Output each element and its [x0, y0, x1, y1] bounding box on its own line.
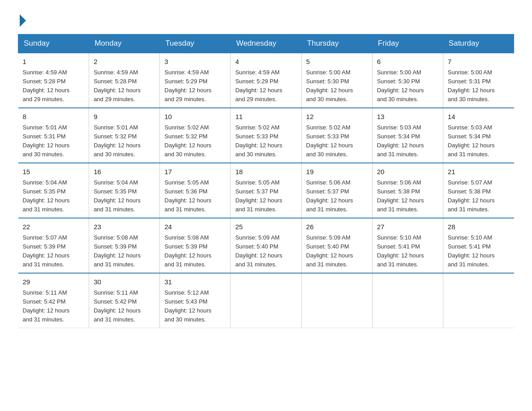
calendar-cell: 16Sunrise: 5:04 AMSunset: 5:35 PMDayligh… [89, 163, 160, 218]
calendar-header-row: SundayMondayTuesdayWednesdayThursdayFrid… [18, 34, 514, 53]
page-header [18, 13, 514, 25]
calendar-cell [231, 273, 301, 328]
day-info: Sunrise: 5:05 AMSunset: 5:37 PMDaylight:… [235, 179, 282, 213]
calendar-cell: 27Sunrise: 5:10 AMSunset: 5:41 PMDayligh… [372, 218, 443, 273]
day-info: Sunrise: 5:08 AMSunset: 5:39 PMDaylight:… [94, 234, 141, 268]
day-header-saturday: Saturday [443, 34, 514, 53]
day-number: 13 [377, 112, 438, 122]
calendar-cell: 21Sunrise: 5:07 AMSunset: 5:38 PMDayligh… [443, 163, 514, 218]
day-info: Sunrise: 5:00 AMSunset: 5:30 PMDaylight:… [306, 69, 353, 103]
day-info: Sunrise: 5:11 AMSunset: 5:42 PMDaylight:… [23, 289, 70, 323]
day-header-tuesday: Tuesday [160, 34, 231, 53]
day-info: Sunrise: 5:11 AMSunset: 5:42 PMDaylight:… [94, 289, 141, 323]
day-number: 24 [164, 222, 226, 232]
calendar-cell: 17Sunrise: 5:05 AMSunset: 5:36 PMDayligh… [160, 163, 231, 218]
day-number: 22 [23, 222, 85, 232]
calendar-cell [443, 273, 514, 328]
calendar-cell: 30Sunrise: 5:11 AMSunset: 5:42 PMDayligh… [89, 273, 160, 328]
day-number: 29 [23, 277, 85, 287]
calendar-cell: 24Sunrise: 5:08 AMSunset: 5:39 PMDayligh… [160, 218, 231, 273]
calendar-cell: 10Sunrise: 5:02 AMSunset: 5:32 PMDayligh… [160, 108, 231, 163]
day-info: Sunrise: 5:01 AMSunset: 5:31 PMDaylight:… [23, 124, 70, 158]
day-info: Sunrise: 5:03 AMSunset: 5:34 PMDaylight:… [377, 124, 424, 158]
day-header-thursday: Thursday [301, 34, 372, 53]
day-number: 8 [23, 112, 85, 122]
calendar-cell: 25Sunrise: 5:09 AMSunset: 5:40 PMDayligh… [231, 218, 301, 273]
day-number: 15 [23, 167, 85, 177]
day-number: 1 [23, 57, 85, 67]
day-number: 18 [235, 167, 296, 177]
calendar-cell: 8Sunrise: 5:01 AMSunset: 5:31 PMDaylight… [18, 108, 89, 163]
day-number: 17 [164, 167, 226, 177]
calendar-cell: 20Sunrise: 5:06 AMSunset: 5:38 PMDayligh… [372, 163, 443, 218]
day-info: Sunrise: 5:09 AMSunset: 5:40 PMDaylight:… [235, 234, 282, 268]
calendar-week-row: 1Sunrise: 4:59 AMSunset: 5:28 PMDaylight… [18, 53, 514, 108]
day-info: Sunrise: 4:59 AMSunset: 5:29 PMDaylight:… [164, 69, 211, 103]
day-number: 20 [377, 167, 438, 177]
calendar-cell: 11Sunrise: 5:02 AMSunset: 5:33 PMDayligh… [231, 108, 301, 163]
day-number: 26 [306, 222, 368, 232]
day-number: 31 [164, 277, 226, 287]
calendar-cell: 19Sunrise: 5:06 AMSunset: 5:37 PMDayligh… [301, 163, 372, 218]
day-number: 23 [94, 222, 155, 232]
day-info: Sunrise: 5:10 AMSunset: 5:41 PMDaylight:… [448, 234, 495, 268]
day-info: Sunrise: 4:59 AMSunset: 5:28 PMDaylight:… [23, 69, 70, 103]
logo-arrow-icon [20, 14, 26, 27]
day-info: Sunrise: 5:00 AMSunset: 5:30 PMDaylight:… [377, 69, 424, 103]
day-info: Sunrise: 5:07 AMSunset: 5:39 PMDaylight:… [23, 234, 70, 268]
day-number: 11 [235, 112, 296, 122]
calendar-cell: 6Sunrise: 5:00 AMSunset: 5:30 PMDaylight… [372, 53, 443, 108]
calendar-cell: 4Sunrise: 4:59 AMSunset: 5:29 PMDaylight… [231, 53, 301, 108]
day-number: 27 [377, 222, 438, 232]
calendar-cell: 13Sunrise: 5:03 AMSunset: 5:34 PMDayligh… [372, 108, 443, 163]
day-info: Sunrise: 5:04 AMSunset: 5:35 PMDaylight:… [94, 179, 141, 213]
day-number: 14 [448, 112, 510, 122]
calendar-week-row: 15Sunrise: 5:04 AMSunset: 5:35 PMDayligh… [18, 163, 514, 218]
calendar-cell: 14Sunrise: 5:03 AMSunset: 5:34 PMDayligh… [443, 108, 514, 163]
calendar-cell: 31Sunrise: 5:12 AMSunset: 5:43 PMDayligh… [160, 273, 231, 328]
day-number: 7 [448, 57, 510, 67]
calendar-cell: 29Sunrise: 5:11 AMSunset: 5:42 PMDayligh… [18, 273, 89, 328]
calendar-table: SundayMondayTuesdayWednesdayThursdayFrid… [18, 34, 514, 328]
day-info: Sunrise: 5:06 AMSunset: 5:38 PMDaylight:… [377, 179, 424, 213]
day-info: Sunrise: 5:10 AMSunset: 5:41 PMDaylight:… [377, 234, 424, 268]
calendar-cell [301, 273, 372, 328]
day-info: Sunrise: 5:06 AMSunset: 5:37 PMDaylight:… [306, 179, 353, 213]
calendar-cell: 26Sunrise: 5:09 AMSunset: 5:40 PMDayligh… [301, 218, 372, 273]
calendar-cell: 3Sunrise: 4:59 AMSunset: 5:29 PMDaylight… [160, 53, 231, 108]
calendar-week-row: 29Sunrise: 5:11 AMSunset: 5:42 PMDayligh… [18, 273, 514, 328]
day-number: 5 [306, 57, 368, 67]
calendar-cell: 7Sunrise: 5:00 AMSunset: 5:31 PMDaylight… [443, 53, 514, 108]
calendar-week-row: 8Sunrise: 5:01 AMSunset: 5:31 PMDaylight… [18, 108, 514, 163]
day-header-friday: Friday [372, 34, 443, 53]
day-number: 16 [94, 167, 155, 177]
day-number: 28 [448, 222, 510, 232]
day-info: Sunrise: 5:02 AMSunset: 5:32 PMDaylight:… [164, 124, 211, 158]
day-info: Sunrise: 5:00 AMSunset: 5:31 PMDaylight:… [448, 69, 495, 103]
day-info: Sunrise: 5:02 AMSunset: 5:33 PMDaylight:… [235, 124, 282, 158]
day-info: Sunrise: 5:07 AMSunset: 5:38 PMDaylight:… [448, 179, 495, 213]
calendar-cell [372, 273, 443, 328]
day-number: 19 [306, 167, 368, 177]
calendar-cell: 18Sunrise: 5:05 AMSunset: 5:37 PMDayligh… [231, 163, 301, 218]
calendar-cell: 2Sunrise: 4:59 AMSunset: 5:28 PMDaylight… [89, 53, 160, 108]
calendar-cell: 22Sunrise: 5:07 AMSunset: 5:39 PMDayligh… [18, 218, 89, 273]
day-number: 4 [235, 57, 296, 67]
day-number: 9 [94, 112, 155, 122]
logo [18, 13, 26, 25]
calendar-cell: 5Sunrise: 5:00 AMSunset: 5:30 PMDaylight… [301, 53, 372, 108]
day-number: 2 [94, 57, 155, 67]
day-number: 25 [235, 222, 296, 232]
day-number: 21 [448, 167, 510, 177]
day-header-sunday: Sunday [18, 34, 89, 53]
day-info: Sunrise: 5:08 AMSunset: 5:39 PMDaylight:… [164, 234, 211, 268]
day-number: 3 [164, 57, 226, 67]
day-header-wednesday: Wednesday [231, 34, 301, 53]
day-number: 30 [94, 277, 155, 287]
day-info: Sunrise: 5:03 AMSunset: 5:34 PMDaylight:… [448, 124, 495, 158]
day-info: Sunrise: 5:02 AMSunset: 5:33 PMDaylight:… [306, 124, 353, 158]
calendar-cell: 28Sunrise: 5:10 AMSunset: 5:41 PMDayligh… [443, 218, 514, 273]
day-info: Sunrise: 5:01 AMSunset: 5:32 PMDaylight:… [94, 124, 141, 158]
day-number: 10 [164, 112, 226, 122]
calendar-cell: 1Sunrise: 4:59 AMSunset: 5:28 PMDaylight… [18, 53, 89, 108]
